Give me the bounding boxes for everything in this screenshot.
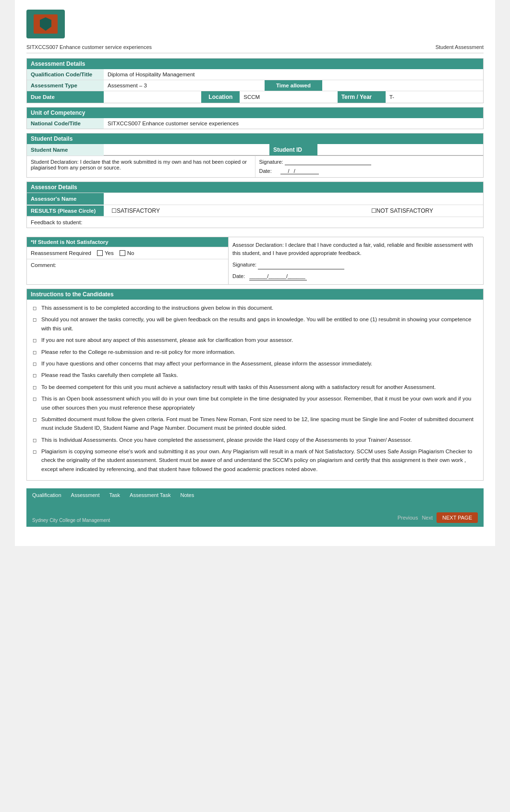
- declaration-right: Signature: Date: / /: [255, 156, 484, 177]
- comment-label: Comment:: [31, 262, 56, 268]
- next-label[interactable]: Next: [422, 515, 433, 521]
- bullet-icon: ◻: [33, 316, 38, 324]
- results-label: RESULTS (Please Circle): [27, 206, 104, 216]
- declaration-text: Student Declaration: I declare that the …: [27, 156, 255, 177]
- instruction-item: ◻Please read the Tasks carefully then co…: [33, 371, 477, 379]
- results-row: RESULTS (Please Circle) ☐SATISFACTORY ☐N…: [27, 205, 483, 217]
- ns-comment: Comment:: [27, 259, 228, 278]
- date-label: Date:: [259, 168, 272, 174]
- national-row: National Code/Title SITXCCS007 Enhance c…: [27, 118, 483, 129]
- student-body: Student Name Student ID Student Declarat…: [27, 144, 483, 177]
- unit-header: Unit of Competency: [27, 108, 483, 118]
- sig-row: Signature:: [259, 159, 480, 165]
- time-value: [322, 80, 483, 91]
- no-checkbox-sq[interactable]: [120, 250, 125, 256]
- instructions-list: ◻This assessment is to be completed acco…: [33, 303, 477, 473]
- instruction-text: If you are not sure about any aspect of …: [41, 336, 293, 344]
- instruction-item: ◻If you have questions and other concern…: [33, 359, 477, 368]
- reassessment-label: Reassessment Required: [31, 250, 91, 256]
- yes-label: Yes: [105, 250, 114, 256]
- footer-nav-item[interactable]: Task: [109, 492, 120, 498]
- instruction-text: If you have questions and other concerns…: [41, 359, 372, 368]
- instruction-item: ◻This assessment is to be completed acco…: [33, 303, 477, 312]
- instruction-text: Should you not answer the tasks correctl…: [41, 315, 477, 333]
- assessor-date-row: Date: ______/______/______: [232, 272, 479, 281]
- bullet-icon: ◻: [33, 349, 38, 356]
- footer-bottom: Sydney City College of Management Previo…: [32, 512, 478, 523]
- instruction-text: Submitted document must follow the given…: [41, 415, 477, 433]
- bullet-icon: ◻: [33, 360, 38, 368]
- assessor-section: Assessor Details Assessor's Name RESULTS…: [26, 182, 484, 228]
- instruction-text: To be deemed competent for this unit you…: [41, 383, 436, 391]
- yes-checkbox-sq[interactable]: [97, 250, 103, 256]
- student-id-value: [317, 144, 483, 156]
- instruction-text: This is an Open book assessment which yo…: [41, 394, 477, 412]
- type-row: Assessment Type Assessment – 3 Time allo…: [27, 80, 483, 91]
- instruction-item: ◻Submitted document must follow the give…: [33, 415, 477, 433]
- doc-header: SITXCCS007 Enhance customer service expe…: [26, 44, 484, 53]
- due-value: [104, 91, 201, 103]
- ns-header: *If Student is Not Satisfactory: [27, 237, 228, 247]
- qual-label: Qualification Code/Title: [27, 69, 104, 80]
- footer-nav-item[interactable]: Assessment: [71, 492, 100, 498]
- unit-section: Unit of Competency National Code/Title S…: [26, 107, 484, 129]
- satisfactory-option: ☐SATISFACTORY: [111, 207, 160, 214]
- logo-inner: [34, 14, 58, 34]
- bullet-icon: ◻: [33, 337, 38, 344]
- assessor-sig-row: Signature:: [232, 261, 479, 269]
- doc-right-header: Student Assessment: [436, 44, 484, 50]
- no-checkbox[interactable]: No: [120, 250, 134, 256]
- location-value: SCCM: [240, 91, 337, 103]
- student-section: Student Details Student Name Student ID …: [26, 133, 484, 178]
- yes-checkbox[interactable]: Yes: [97, 250, 114, 256]
- time-label: Time allowed: [265, 80, 322, 91]
- results-value: ☐SATISFACTORY ☐NOT SATISFACTORY: [104, 205, 483, 217]
- bullet-icon: ◻: [33, 384, 38, 391]
- student-name-value: [104, 144, 269, 156]
- assessor-sig-label: Signature:: [232, 262, 256, 267]
- prev-label[interactable]: Previous: [398, 515, 418, 521]
- assessor-name-row: Assessor's Name: [27, 193, 483, 205]
- bullet-icon: ◻: [33, 372, 38, 379]
- instruction-item: ◻To be deemed competent for this unit yo…: [33, 383, 477, 391]
- due-row: Due Date Location SCCM Term / Year T-: [27, 91, 483, 103]
- assessor-declaration-right: Assessor Declaration: I declare that I h…: [229, 237, 483, 284]
- instruction-text: Please read the Tasks carefully then com…: [41, 371, 178, 379]
- reassessment-row: Reassessment Required Yes No: [27, 247, 228, 259]
- sig-label: Signature:: [259, 159, 283, 165]
- footer-nav-item[interactable]: Assessment Task: [130, 492, 170, 498]
- not-satisfactory-section: *If Student is Not Satisfactory Reassess…: [26, 237, 484, 285]
- assessor-date-value: ______/______/______: [249, 272, 307, 281]
- assessor-header: Assessor Details: [27, 182, 483, 193]
- assessor-body: Assessor's Name RESULTS (Please Circle) …: [27, 193, 483, 228]
- instructions-header: Instructions to the Candidates: [27, 289, 483, 300]
- assessor-name-value: [104, 193, 483, 205]
- declaration-row: Student Declaration: I declare that the …: [27, 156, 483, 177]
- instruction-text: This is Individual Assessments. Once you…: [41, 436, 412, 444]
- feedback-label: Feedback to student:: [31, 219, 82, 225]
- instruction-item: ◻Plagiarism is copying someone else's wo…: [33, 447, 477, 473]
- unit-body: National Code/Title SITXCCS007 Enhance c…: [27, 118, 483, 129]
- logo-shield-icon: [40, 17, 51, 31]
- assessor-declaration-text: Assessor Declaration: I declare that I h…: [232, 241, 479, 257]
- qual-value: Diploma of Hospitality Management: [104, 69, 483, 80]
- footer-nav-item[interactable]: Notes: [180, 492, 194, 498]
- next-page-button[interactable]: NEXT PAGE: [437, 512, 478, 523]
- assessor-date-label: Date:: [232, 273, 245, 279]
- instruction-item: ◻Please refer to the College re-submissi…: [33, 348, 477, 356]
- location-label: Location: [201, 91, 240, 103]
- type-label: Assessment Type: [27, 80, 104, 91]
- not-satisfactory-option: ☐NOT SATISFACTORY: [371, 207, 433, 214]
- bullet-icon: ◻: [33, 416, 38, 424]
- logo-area: [26, 10, 484, 38]
- feedback-row: Feedback to student:: [27, 217, 483, 228]
- term-label: Term / Year: [338, 91, 386, 103]
- student-header: Student Details: [27, 133, 483, 144]
- student-id-label: Student ID: [269, 144, 317, 156]
- national-value: SITXCCS007 Enhance customer service expe…: [104, 118, 483, 129]
- assessment-details-body: Qualification Code/Title Diploma of Hosp…: [27, 69, 483, 103]
- national-label: National Code/Title: [27, 118, 104, 129]
- instruction-item: ◻This is an Open book assessment which y…: [33, 394, 477, 412]
- no-label: No: [127, 250, 134, 256]
- footer-nav-item[interactable]: Qualification: [32, 492, 61, 498]
